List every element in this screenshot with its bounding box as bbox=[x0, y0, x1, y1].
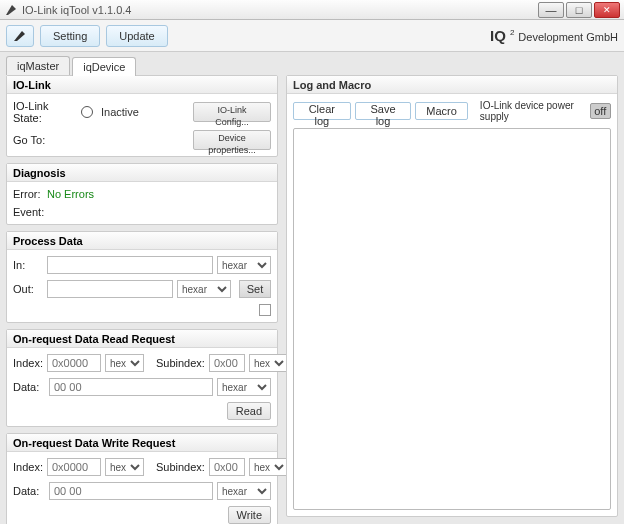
read-index-input[interactable] bbox=[47, 354, 101, 372]
panel-iolink-header: IO-Link bbox=[7, 76, 277, 94]
right-column: Log and Macro Clear log Save log Macro I… bbox=[286, 75, 618, 517]
pdata-set-button[interactable]: Set bbox=[239, 280, 271, 298]
panel-process-data: Process Data In: hexar Out: hexar Set bbox=[6, 231, 278, 323]
error-value: No Errors bbox=[47, 188, 94, 200]
device-properties-button[interactable]: Device properties... bbox=[193, 130, 271, 150]
write-subindex-input[interactable] bbox=[209, 458, 245, 476]
write-button[interactable]: Write bbox=[228, 506, 271, 524]
read-data-input[interactable] bbox=[49, 378, 213, 396]
window-maximize-button[interactable]: □ bbox=[566, 2, 592, 18]
iolink-state-radio[interactable] bbox=[81, 106, 93, 118]
tab-iqdevice[interactable]: iqDevice bbox=[72, 57, 136, 76]
left-column: IO-Link IO-Link State: Inactive IO-Link … bbox=[6, 75, 278, 517]
clear-log-button[interactable]: Clear log bbox=[293, 102, 351, 120]
window-close-button[interactable] bbox=[594, 2, 620, 18]
panel-iolink: IO-Link IO-Link State: Inactive IO-Link … bbox=[6, 75, 278, 157]
save-log-button[interactable]: Save log bbox=[355, 102, 412, 120]
pdata-out-unit-select[interactable]: hexar bbox=[177, 280, 231, 298]
goto-label: Go To: bbox=[13, 134, 77, 146]
svg-marker-1 bbox=[14, 31, 25, 41]
update-button[interactable]: Update bbox=[106, 25, 167, 47]
macro-button[interactable]: Macro bbox=[415, 102, 468, 120]
svg-marker-0 bbox=[6, 5, 16, 15]
error-label: Error: bbox=[13, 188, 43, 200]
read-index-label: Index: bbox=[13, 357, 43, 369]
read-index-fmt-select[interactable]: hex bbox=[105, 354, 144, 372]
brand-logo: IQ2 Development GmbH bbox=[490, 27, 618, 44]
tab-bar: iqMaster iqDevice bbox=[0, 52, 624, 75]
window-title: IO-Link iqTool v1.1.0.4 bbox=[22, 4, 536, 16]
content-area: IO-Link IO-Link State: Inactive IO-Link … bbox=[0, 75, 624, 523]
pdata-in-input[interactable] bbox=[47, 256, 213, 274]
power-supply-label: IO-Link device power supply bbox=[480, 100, 582, 122]
panel-diagnosis: Diagnosis Error: No Errors Event: bbox=[6, 163, 278, 225]
read-data-label: Data: bbox=[13, 381, 45, 393]
panel-write-request: On-request Data Write Request Index: hex… bbox=[6, 433, 278, 524]
write-data-label: Data: bbox=[13, 485, 45, 497]
panel-process-data-header: Process Data bbox=[7, 232, 277, 250]
window-titlebar: IO-Link iqTool v1.1.0.4 — □ bbox=[0, 0, 624, 20]
iolink-state-value: Inactive bbox=[101, 106, 139, 118]
pdata-out-input[interactable] bbox=[47, 280, 173, 298]
app-icon bbox=[4, 3, 18, 17]
write-index-input[interactable] bbox=[47, 458, 101, 476]
pdata-in-unit-select[interactable]: hexar bbox=[217, 256, 271, 274]
panel-write-header: On-request Data Write Request bbox=[7, 434, 277, 452]
pdata-checkbox[interactable] bbox=[259, 304, 271, 316]
write-subindex-label: Subindex: bbox=[156, 461, 205, 473]
setting-button[interactable]: Setting bbox=[40, 25, 100, 47]
panel-diagnosis-header: Diagnosis bbox=[7, 164, 277, 182]
pdata-out-label: Out: bbox=[13, 283, 43, 295]
pen-icon bbox=[12, 29, 28, 43]
iolink-config-button[interactable]: IO-Link Config... bbox=[193, 102, 271, 122]
write-subindex-fmt-select[interactable]: hex bbox=[249, 458, 288, 476]
toolbar-home-button[interactable] bbox=[6, 25, 34, 47]
tab-iqmaster[interactable]: iqMaster bbox=[6, 56, 70, 75]
read-subindex-input[interactable] bbox=[209, 354, 245, 372]
log-output[interactable] bbox=[293, 128, 611, 510]
panel-log-macro: Log and Macro Clear log Save log Macro I… bbox=[286, 75, 618, 517]
window-minimize-button[interactable]: — bbox=[538, 2, 564, 18]
write-data-unit-select[interactable]: hexar bbox=[217, 482, 271, 500]
panel-log-header: Log and Macro bbox=[287, 76, 617, 94]
panel-read-request: On-request Data Read Request Index: hex … bbox=[6, 329, 278, 427]
read-button[interactable]: Read bbox=[227, 402, 271, 420]
power-supply-toggle[interactable]: off bbox=[590, 103, 611, 119]
toolbar: Setting Update IQ2 Development GmbH bbox=[0, 20, 624, 52]
write-index-label: Index: bbox=[13, 461, 43, 473]
pdata-in-label: In: bbox=[13, 259, 43, 271]
read-subindex-label: Subindex: bbox=[156, 357, 205, 369]
read-subindex-fmt-select[interactable]: hex bbox=[249, 354, 288, 372]
panel-read-header: On-request Data Read Request bbox=[7, 330, 277, 348]
iolink-state-label: IO-Link State: bbox=[13, 100, 77, 124]
write-index-fmt-select[interactable]: hex bbox=[105, 458, 144, 476]
event-label: Event: bbox=[13, 206, 43, 218]
write-data-input[interactable] bbox=[49, 482, 213, 500]
read-data-unit-select[interactable]: hexar bbox=[217, 378, 271, 396]
